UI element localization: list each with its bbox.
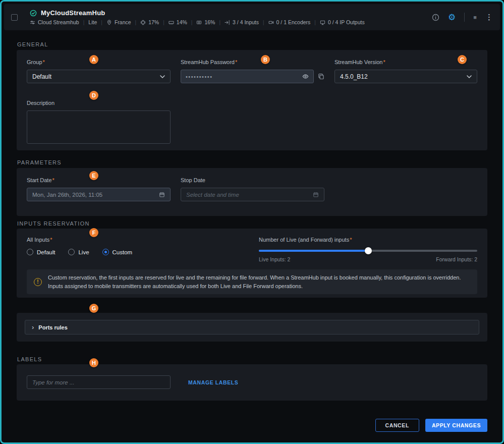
calendar-icon[interactable] — [313, 192, 319, 198]
all-inputs-radio-group: Default Live Custom — [27, 249, 259, 255]
warning-text: Custom reservation, the first inputs are… — [48, 273, 470, 290]
general-panel: Group* Default StreamHub Password* •••••… — [17, 50, 487, 150]
version-select[interactable]: 4.5.0_B12 — [334, 70, 477, 83]
inputs-icon — [225, 20, 230, 25]
password-label: StreamHub Password* — [181, 59, 324, 65]
top-actions: ⚙ ■ ⋮ — [432, 13, 493, 22]
inputs-reservation-section-title: INPUTS RESERVATION — [17, 220, 90, 227]
required-asterisk: * — [350, 237, 352, 243]
password-input[interactable]: •••••••••• — [181, 70, 314, 83]
stop-date-input[interactable]: Select date and time — [181, 188, 324, 201]
version-label: StreamHub Version* — [334, 59, 477, 65]
stop-date-placeholder: Select date and time — [186, 192, 239, 198]
live-inputs-count: Live Inputs: 2 — [259, 256, 290, 262]
radio-default[interactable]: Default — [27, 249, 55, 255]
cpu-icon — [140, 20, 146, 25]
start-date-label: Start Date* — [27, 177, 171, 183]
slider-label: Number of Live (and Forward) inputs* — [259, 237, 477, 243]
cancel-button[interactable]: CANCEL — [375, 419, 419, 432]
eye-icon[interactable] — [302, 73, 309, 80]
group-select[interactable]: Default — [27, 70, 171, 83]
required-asterisk: * — [43, 59, 45, 65]
labels-input[interactable] — [27, 375, 171, 389]
location-icon — [106, 20, 112, 25]
password-masked-value: •••••••••• — [186, 74, 302, 80]
hub-status-row: Cloud Streamhub | Lite | France | 17% | — [30, 19, 365, 25]
required-asterisk: * — [383, 59, 385, 65]
encoders-icon — [268, 20, 274, 25]
memory-icon — [169, 20, 174, 25]
hub-status-icon — [30, 10, 37, 17]
annotation-badge-f: F — [89, 228, 98, 237]
ports-panel: › Ports rules — [17, 313, 487, 342]
group-value: Default — [32, 73, 51, 80]
warning-icon: ! — [34, 278, 42, 286]
manage-labels-link[interactable]: MANAGE LABELS — [188, 379, 238, 385]
labels-section-title: LABELS — [17, 356, 42, 362]
status-divider: | — [314, 20, 316, 25]
slider-thumb[interactable] — [365, 247, 372, 254]
calendar-icon[interactable] — [159, 192, 165, 198]
status-cpu: 17% — [140, 19, 159, 25]
status-gpu: 16% — [196, 19, 215, 25]
version-value: 4.5.0_B12 — [340, 73, 368, 80]
gear-icon[interactable]: ⚙ — [448, 13, 456, 22]
status-memory: 14% — [169, 19, 187, 25]
annotation-badge-d: D — [89, 91, 98, 100]
status-divider: | — [191, 20, 193, 25]
stop-icon[interactable]: ■ — [473, 14, 477, 20]
page-title: MyCloudStreamHub — [41, 9, 105, 17]
streamhub-settings-page: MyCloudStreamHub Cloud Streamhub | Lite … — [0, 0, 504, 444]
status-encoders: 0 / 1 Encoders — [268, 19, 311, 25]
inputs-reservation-panel: All Inputs* Default Live Custom — [17, 229, 487, 298]
radio-circle — [27, 249, 33, 255]
select-checkbox[interactable] — [11, 14, 18, 21]
description-textarea[interactable] — [27, 110, 171, 144]
annotation-badge-c: C — [458, 55, 467, 64]
status-streamhub: Cloud Streamhub — [30, 19, 79, 25]
info-icon[interactable] — [432, 14, 439, 21]
all-inputs-label: All Inputs* — [27, 237, 259, 243]
status-inputs: 3 / 4 Inputs — [225, 19, 259, 25]
status-divider: | — [219, 20, 220, 25]
status-divider: | — [83, 20, 85, 25]
group-label: Group* — [27, 59, 171, 65]
chevron-right-icon: › — [32, 324, 34, 330]
status-divider: | — [101, 20, 102, 25]
streamhub-icon — [30, 20, 35, 25]
radio-circle-selected — [102, 249, 109, 255]
radio-custom[interactable]: Custom — [102, 249, 133, 255]
description-label: Description — [27, 100, 477, 106]
apply-changes-button[interactable]: APPLY CHANGES — [425, 419, 487, 432]
annotation-badge-h: H — [89, 358, 98, 367]
annotation-badge-g: G — [89, 304, 98, 313]
annotation-badge-e: E — [89, 171, 98, 180]
status-divider: | — [263, 20, 264, 25]
top-bar: MyCloudStreamHub Cloud Streamhub | Lite … — [4, 4, 500, 30]
required-asterisk: * — [235, 59, 237, 65]
annotation-badge-a: A — [89, 55, 98, 64]
required-asterisk: * — [50, 237, 52, 243]
radio-circle — [68, 249, 75, 255]
chevron-down-icon — [160, 75, 165, 78]
parameters-section-title: PARAMETERS — [17, 159, 62, 165]
ports-rules-label: Ports rules — [38, 324, 67, 330]
gpu-icon — [196, 20, 202, 25]
ip-outputs-icon — [320, 20, 325, 25]
kebab-menu-icon[interactable]: ⋮ — [485, 13, 493, 22]
start-date-input[interactable]: Mon, Jan 26th, 2026, 11:05 — [27, 188, 171, 201]
inputs-slider[interactable] — [259, 250, 477, 252]
copy-icon[interactable] — [318, 73, 324, 80]
radio-live[interactable]: Live — [68, 249, 89, 255]
status-location: France — [106, 19, 131, 25]
general-section-title: GENERAL — [17, 41, 48, 47]
required-asterisk: * — [52, 177, 54, 183]
annotation-badge-b: B — [261, 55, 270, 64]
slider-fill — [259, 250, 368, 252]
status-ip-outputs: 0 / 4 IP Outputs — [320, 19, 365, 25]
ports-rules-accordion[interactable]: › Ports rules — [25, 320, 479, 335]
hub-identity: MyCloudStreamHub Cloud Streamhub | Lite … — [30, 9, 365, 25]
actions-divider — [464, 13, 465, 22]
start-date-value: Mon, Jan 26th, 2026, 11:05 — [32, 192, 102, 198]
parameters-panel: Start Date* Mon, Jan 26th, 2026, 11:05 S… — [17, 168, 487, 216]
